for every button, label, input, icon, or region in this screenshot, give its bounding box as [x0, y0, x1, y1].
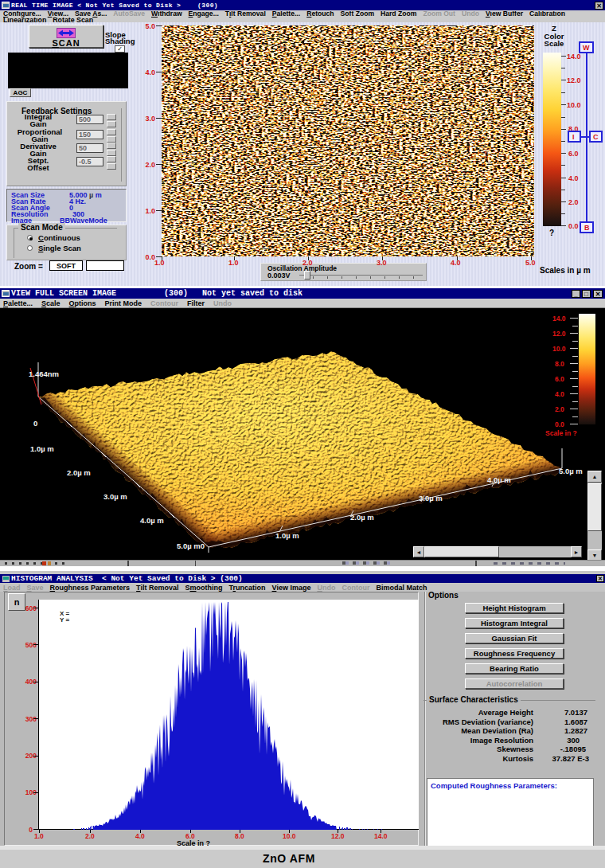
svg-text:1.0µ m: 1.0µ m [275, 531, 299, 540]
svg-text:0: 0 [33, 419, 37, 428]
svg-text:1.0µ m: 1.0µ m [30, 444, 54, 453]
svg-text:5.0µ m0: 5.0µ m0 [177, 542, 205, 550]
svg-text:I: I [572, 133, 575, 141]
svg-text:3.0µ m: 3.0µ m [103, 492, 127, 501]
svg-text:2.0µ m: 2.0µ m [350, 513, 374, 522]
svg-text:C: C [593, 133, 599, 141]
svg-text:2.0µ m: 2.0µ m [67, 468, 91, 477]
svg-text:B: B [584, 224, 590, 232]
svg-text:1.464nm: 1.464nm [29, 369, 59, 378]
svg-text:4.0µ m: 4.0µ m [140, 516, 164, 525]
svg-text:5.0µ m: 5.0µ m [559, 467, 583, 475]
svg-text:W: W [583, 44, 590, 52]
svg-text:4.0µ m: 4.0µ m [487, 475, 511, 484]
svg-text:3.0µ m: 3.0µ m [419, 494, 443, 502]
